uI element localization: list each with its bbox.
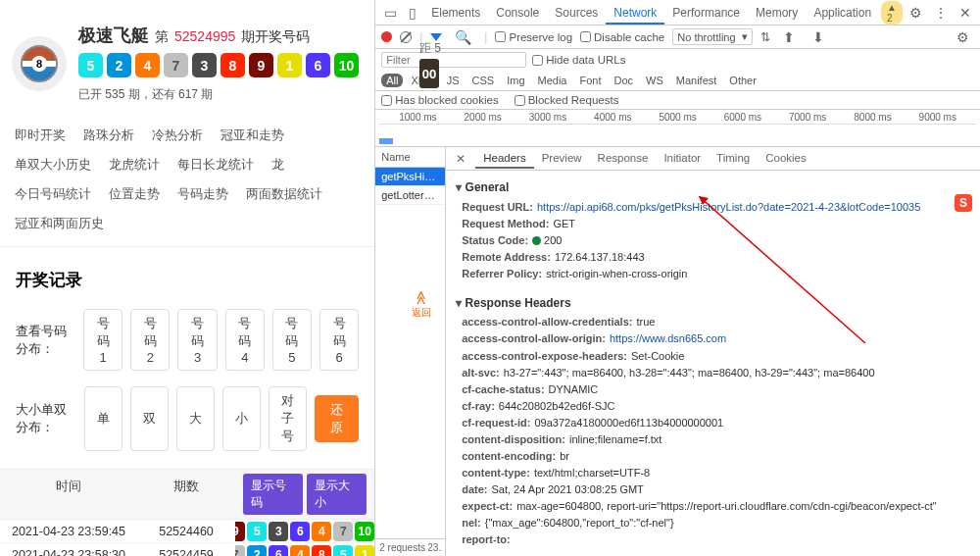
inspect-icon[interactable]: ▭ — [379, 2, 402, 24]
detail-tab-initiator[interactable]: Initiator — [656, 149, 709, 169]
detail-tab-headers[interactable]: Headers — [475, 149, 533, 169]
devtools-tab-network[interactable]: Network — [606, 1, 664, 25]
devtools-tab-console[interactable]: Console — [488, 1, 547, 25]
network-timeline[interactable]: 1000 ms2000 ms3000 ms4000 ms5000 ms6000 … — [375, 110, 980, 147]
devtools-tab-performance[interactable]: Performance — [664, 1, 748, 25]
network-settings-gear-icon[interactable]: ⚙ — [952, 26, 974, 48]
warnings-badge[interactable]: ▲ 2 — [881, 1, 903, 25]
number-filter-button[interactable]: 号码4 — [225, 309, 265, 371]
type-pill-other[interactable]: Other — [724, 74, 761, 87]
network-conditions-icon[interactable] — [760, 30, 770, 44]
detail-tab-cookies[interactable]: Cookies — [758, 149, 814, 169]
more-menu-icon[interactable]: ⋮ — [929, 2, 953, 24]
header-key: cf-request-id: — [462, 415, 530, 431]
devtools-tab-elements[interactable]: Elements — [423, 1, 488, 25]
current-issue: 52524995 — [174, 28, 235, 44]
detail-tab-response[interactable]: Response — [590, 149, 657, 169]
timeline-axis — [379, 124, 976, 125]
number-filter-button[interactable]: 号码2 — [130, 309, 170, 371]
hide-data-urls-checkbox[interactable]: Hide data URLs — [532, 54, 625, 66]
detail-tab-timing[interactable]: Timing — [709, 149, 758, 169]
number-filter-button[interactable]: 号码5 — [272, 309, 312, 371]
timeline-tick: 4000 ms — [594, 112, 631, 123]
result-ball: 10 — [355, 522, 374, 541]
cell-time: 2021-04-23 23:58:30 — [0, 548, 137, 557]
show-size-button[interactable]: 显示大小 — [307, 474, 367, 515]
parity-filter-button[interactable]: 对子号 — [269, 386, 307, 451]
header-value: Sat, 24 Apr 2021 03:08:25 GMT — [492, 481, 644, 498]
analysis-tab[interactable]: 两面数据统计 — [237, 179, 331, 209]
parity-filter-button[interactable]: 单 — [84, 386, 122, 451]
type-pill-js[interactable]: JS — [442, 74, 465, 87]
analysis-tabs: 即时开奖路珠分析冷热分析冠亚和走势单双大小历史龙虎统计每日长龙统计龙今日号码统计… — [0, 113, 374, 247]
analysis-tab[interactable]: 单双大小历史 — [6, 150, 100, 179]
clear-icon[interactable] — [400, 31, 412, 43]
header-row: Remote Address:172.64.137.18:443 — [456, 249, 970, 266]
analysis-tab[interactable]: 位置走势 — [100, 179, 169, 209]
type-pill-doc[interactable]: Doc — [609, 74, 638, 87]
analysis-tab[interactable]: 冠亚和两面历史 — [6, 209, 113, 238]
parity-filter-button[interactable]: 大 — [176, 386, 215, 451]
type-pill-media[interactable]: Media — [533, 74, 572, 87]
extension-badge-icon[interactable]: S — [955, 194, 972, 212]
section-title: 开奖记录 — [0, 247, 374, 305]
header-row: cf-cache-status:DYNAMIC — [456, 381, 970, 398]
analysis-tab[interactable]: 即时开奖 — [6, 121, 74, 150]
header-value: Set-Cookie — [631, 348, 684, 365]
result-ball: 3 — [269, 522, 288, 541]
preserve-log-checkbox[interactable]: Preserve log — [495, 31, 572, 43]
analysis-tab[interactable]: 每日长龙统计 — [169, 150, 263, 179]
analysis-tab[interactable]: 今日号码统计 — [6, 179, 100, 209]
export-har-icon[interactable]: ⬇ — [808, 26, 829, 48]
number-filter-button[interactable]: 号码1 — [83, 309, 122, 371]
analysis-tab[interactable]: 冷热分析 — [143, 121, 212, 150]
devtools-tab-sources[interactable]: Sources — [547, 1, 606, 25]
analysis-tab[interactable]: 冠亚和走势 — [212, 121, 293, 150]
response-headers-section-header[interactable]: Response Headers — [456, 290, 970, 315]
blocked-cookies-checkbox[interactable]: Has blocked cookies — [381, 94, 498, 106]
request-item[interactable]: getLotteryP... — [375, 186, 445, 205]
disable-cache-checkbox[interactable]: Disable cache — [580, 31, 664, 43]
record-icon[interactable] — [381, 31, 392, 42]
type-pill-font[interactable]: Font — [574, 74, 606, 87]
type-pill-img[interactable]: Img — [502, 74, 529, 87]
type-pill-manifest[interactable]: Manifest — [671, 74, 722, 87]
general-section-header[interactable]: General — [456, 175, 970, 199]
type-pill-all[interactable]: All — [381, 74, 403, 87]
timeline-tick: 6000 ms — [724, 112, 761, 123]
restore-button[interactable]: 还原 — [315, 395, 359, 442]
devtools-tab-application[interactable]: Application — [806, 1, 879, 25]
devtools-close-icon[interactable]: ✕ — [955, 2, 976, 24]
detail-close-icon[interactable]: ✕ — [450, 150, 471, 168]
number-filter-button[interactable]: 号码3 — [177, 309, 217, 371]
analysis-tab[interactable]: 号码走势 — [169, 179, 237, 209]
throttling-select[interactable]: No throttling ▾ — [672, 28, 752, 45]
detail-tabs: ✕ HeadersPreviewResponseInitiatorTimingC… — [446, 147, 980, 171]
header-link[interactable]: https://www.dsn665.com — [610, 332, 726, 344]
type-pill-css[interactable]: CSS — [467, 74, 500, 87]
draw-ball: 8 — [220, 53, 245, 77]
analysis-tab[interactable]: 路珠分析 — [74, 121, 143, 150]
analysis-tab[interactable]: 龙 — [263, 150, 293, 179]
blocked-requests-checkbox[interactable]: Blocked Requests — [514, 94, 619, 106]
request-item[interactable]: getPksHisto... — [375, 168, 445, 186]
import-har-icon[interactable]: ⬆ — [778, 26, 800, 48]
network-filter-input[interactable] — [381, 52, 526, 68]
parity-filter-button[interactable]: 小 — [222, 386, 261, 451]
devtools-tab-memory[interactable]: Memory — [748, 1, 806, 25]
detail-tab-preview[interactable]: Preview — [534, 149, 590, 169]
show-number-button[interactable]: 显示号码 — [243, 474, 303, 515]
analysis-tab[interactable]: 龙虎统计 — [100, 150, 169, 179]
header-key: content-disposition: — [462, 431, 565, 448]
search-icon[interactable]: 🔍 — [450, 26, 476, 48]
detail-body[interactable]: S General Request URL:https://api.api68.… — [446, 171, 980, 556]
type-pill-ws[interactable]: WS — [641, 74, 668, 87]
header-key: alt-svc: — [462, 365, 500, 381]
number-filter-button[interactable]: 号码6 — [319, 309, 359, 371]
device-toggle-icon[interactable]: ▯ — [404, 2, 421, 24]
settings-gear-icon[interactable]: ⚙ — [905, 2, 927, 24]
header-key: access-control-allow-origin: — [462, 330, 606, 347]
header-value: 172.64.137.18:443 — [555, 249, 645, 266]
parity-filter-button[interactable]: 双 — [130, 386, 169, 451]
header-link[interactable]: https://api.api68.com/pks/getPksHistoryL… — [537, 201, 920, 213]
